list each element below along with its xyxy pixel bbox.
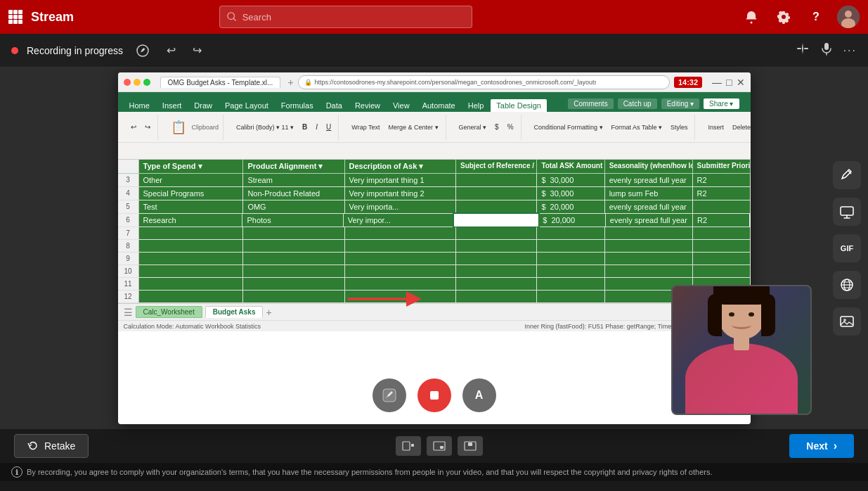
cell-6c[interactable]: Very impor... [344, 214, 454, 227]
maximize-dot[interactable] [143, 79, 150, 86]
ribbon-tab-draw[interactable]: Draw [188, 99, 218, 112]
image-btn[interactable] [833, 307, 861, 336]
gif-btn[interactable]: GIF [833, 234, 861, 262]
paste-btn[interactable]: 📋 [168, 118, 189, 136]
notification-icon[interactable] [740, 6, 763, 28]
address-bar[interactable]: 🔒 https://contosodrones-my.sharepoint.co… [298, 75, 670, 89]
layout-btn-1[interactable] [396, 436, 421, 456]
cell-5g[interactable] [693, 200, 751, 213]
globe-btn[interactable] [833, 271, 861, 299]
cell-7e[interactable] [537, 227, 604, 239]
cell-6e[interactable]: $ 20,000 [538, 214, 606, 227]
browser-maximize-icon[interactable]: □ [726, 77, 732, 88]
cell-5c[interactable]: Very importa... [345, 200, 456, 213]
annotation-tool-btn[interactable] [373, 378, 406, 412]
cell-5e[interactable]: $ 20,000 [537, 200, 604, 213]
conditional-format-btn[interactable]: Conditional Formatting ▾ [531, 122, 606, 132]
cell-3b[interactable]: Stream [243, 174, 344, 186]
ribbon-tab-home[interactable]: Home [124, 99, 155, 112]
retake-button[interactable]: Retake [14, 434, 89, 458]
layout-btn-3[interactable] [458, 436, 483, 456]
cell-4f[interactable]: lump sum Feb [605, 187, 693, 200]
cell-7c[interactable] [345, 227, 456, 239]
cell-5a[interactable]: Test [139, 200, 244, 213]
editing-btn[interactable]: Editing ▾ [661, 98, 699, 109]
cell-4d[interactable] [456, 187, 537, 200]
microphone-icon[interactable] [820, 42, 834, 59]
cell-4g[interactable]: R2 [693, 187, 751, 200]
settings-icon[interactable] [772, 6, 795, 28]
cell-3a[interactable]: Other [139, 174, 244, 186]
cell-3e[interactable]: $ 30,000 [537, 174, 604, 186]
sheet-add-icon[interactable]: + [266, 307, 271, 318]
cell-7b[interactable] [243, 227, 344, 239]
sheet-menu-icon[interactable]: ☰ [124, 307, 133, 318]
comments-btn[interactable]: Comments [568, 98, 613, 109]
percent-btn[interactable]: % [505, 122, 517, 132]
catchup-btn[interactable]: Catch up [618, 98, 657, 109]
minimize-dot[interactable] [134, 79, 141, 86]
format-as-table-btn[interactable]: Format As Table ▾ [609, 122, 665, 132]
cell-3f[interactable]: evenly spread full year [605, 174, 693, 186]
ribbon-tab-tabledesign[interactable]: Table Design [491, 99, 547, 112]
cell-3c[interactable]: Very important thing 1 [345, 174, 456, 186]
cell-5d[interactable] [456, 200, 537, 213]
cell-styles-btn[interactable]: Styles [668, 122, 691, 132]
bold-btn[interactable]: B [299, 122, 310, 132]
grid-icon[interactable] [8, 10, 22, 24]
search-bar[interactable]: Search [219, 6, 472, 28]
cell-4c[interactable]: Very important thing 2 [345, 187, 456, 200]
cell-6b[interactable]: Photos [242, 214, 343, 227]
cell-3g[interactable]: R2 [693, 174, 751, 186]
pen-tool-btn[interactable] [833, 161, 861, 189]
share-btn[interactable]: Share ▾ [704, 98, 739, 109]
stop-recording-btn[interactable] [417, 378, 451, 412]
text-tool-btn[interactable]: A [462, 378, 496, 412]
cell-6a[interactable]: Research [139, 214, 243, 227]
redo-button[interactable]: ↪ [188, 41, 206, 60]
cell-5b[interactable]: OMG [243, 200, 344, 213]
cell-4b[interactable]: Non-Product Related [243, 187, 344, 200]
ribbon-tab-view[interactable]: View [387, 99, 415, 112]
cell-4e[interactable]: $ 30,000 [537, 187, 604, 200]
browser-tab[interactable]: OMG Budget Asks - Template.xl... [160, 77, 281, 88]
wrap-text-btn[interactable]: Wrap Text [349, 122, 382, 132]
underline-btn[interactable]: U [323, 122, 334, 132]
insert-btn[interactable]: Insert [705, 122, 727, 132]
screen-share-btn[interactable] [833, 198, 861, 226]
browser-minimize-icon[interactable]: — [712, 77, 722, 88]
delete-btn[interactable]: Delete [730, 122, 751, 132]
cell-6d-selected[interactable] [454, 214, 538, 227]
layout-btn-2[interactable] [427, 436, 452, 456]
merge-center-btn[interactable]: Merge & Center ▾ [386, 122, 441, 132]
ribbon-tab-review[interactable]: Review [349, 99, 386, 112]
more-options-icon[interactable]: ··· [843, 43, 857, 58]
cell-7f[interactable] [605, 227, 693, 239]
tab-add-icon[interactable]: + [287, 77, 293, 88]
cell-4a[interactable]: Special Programs [139, 187, 244, 200]
sheet-tab-budget[interactable]: Budget Asks [205, 306, 264, 318]
ribbon-tab-formulas[interactable]: Formulas [276, 99, 319, 112]
cell-6f[interactable]: evenly spread full year [606, 214, 693, 227]
cell-3d[interactable] [456, 174, 537, 186]
next-button[interactable]: Next › [789, 434, 854, 458]
ribbon-tab-help[interactable]: Help [462, 99, 490, 112]
ribbon-tab-automate[interactable]: Automate [417, 99, 461, 112]
compass-icon[interactable] [796, 42, 810, 59]
pen-annotation-icon[interactable] [131, 39, 154, 62]
help-icon[interactable]: ? [805, 6, 827, 28]
browser-close-icon[interactable]: ✕ [737, 77, 745, 88]
currency-btn[interactable]: $ [492, 122, 502, 132]
cell-5f[interactable]: evenly spread full year [605, 200, 693, 213]
cell-7a[interactable] [139, 227, 244, 239]
font-selector[interactable]: Calibri (Body) ▾ 11 ▾ [233, 122, 297, 132]
close-dot[interactable] [124, 79, 131, 86]
cell-6g[interactable]: R2 [693, 214, 750, 227]
undo-tool[interactable]: ↩ [128, 122, 139, 132]
ribbon-tab-data[interactable]: Data [320, 99, 348, 112]
italic-btn[interactable]: I [313, 122, 320, 132]
cell-7d[interactable] [456, 227, 537, 239]
cell-7g[interactable] [693, 227, 751, 239]
ribbon-tab-insert[interactable]: Insert [157, 99, 188, 112]
user-avatar[interactable] [837, 6, 860, 28]
